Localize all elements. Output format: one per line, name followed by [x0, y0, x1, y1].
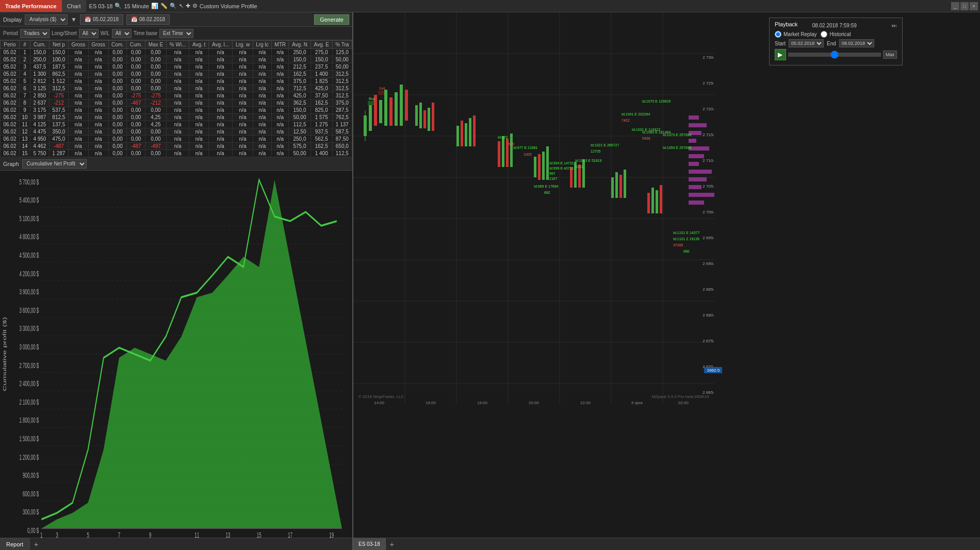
cell-cumv: 0,00	[127, 150, 145, 157]
cell-maxe: -497	[145, 143, 167, 150]
cell-cum: 4 125	[30, 121, 49, 128]
cell-lrglc: n/a	[253, 128, 271, 136]
svg-rect-98	[546, 146, 549, 180]
table-row: 06.02 11 4 125 137,5 n/a n/a 0,00 0,00 4…	[1, 121, 352, 128]
trade-performance-tab[interactable]: Trade Performance	[0, 0, 62, 12]
historical-label: Historical	[829, 31, 851, 37]
svg-text:2 715-: 2 715-	[703, 132, 714, 137]
cell-maxe: 0,00	[145, 150, 167, 157]
cell-gross2: n/a	[88, 143, 108, 150]
end-date-label: 08.02.2018	[139, 16, 165, 22]
svg-text:13: 13	[225, 531, 230, 538]
svg-text:Id:1013 E 51819: Id:1013 E 51819	[575, 159, 601, 162]
display-select[interactable]: Analysis ($)	[25, 14, 68, 25]
cell-avgi: n/a	[208, 150, 232, 157]
svg-rect-92	[502, 136, 504, 167]
cell-gross2: n/a	[88, 92, 108, 99]
historical-option[interactable]: Historical	[821, 31, 851, 38]
svg-rect-88	[465, 123, 467, 146]
cell-avgi: n/a	[208, 121, 232, 128]
start-date-button[interactable]: 📅 05.02.2018	[80, 14, 123, 25]
instrument-tabs: ES 03-18 +	[353, 538, 980, 550]
play-button[interactable]: ▶	[775, 49, 786, 60]
svg-text:15: 15	[257, 531, 262, 538]
end-date-button[interactable]: 📅 08.02.2018	[126, 14, 170, 25]
svg-rect-110	[660, 185, 662, 213]
cell-avge: 825,0	[311, 107, 332, 114]
add-tab-button[interactable]: +	[30, 540, 42, 548]
max-button[interactable]: Max	[883, 51, 897, 59]
col-netp: Net p	[49, 41, 68, 49]
svg-text:Id:1101 Z 19139: Id:1101 Z 19139	[673, 237, 699, 241]
cell-gross1: n/a	[68, 92, 88, 99]
end-date-select[interactable]: 08.02.2018	[839, 39, 874, 47]
cell-ptra: 312,5	[332, 92, 352, 99]
svg-rect-95	[534, 157, 536, 177]
svg-text:3151: 3151	[575, 165, 583, 169]
svg-text:37265: 37265	[673, 243, 683, 247]
start-label: Start	[775, 41, 786, 46]
cell-gross1: n/a	[68, 143, 88, 150]
svg-text:18:00: 18:00	[477, 401, 488, 405]
wl-select[interactable]: All	[112, 29, 132, 38]
svg-rect-89	[469, 118, 471, 146]
cell-avgt: n/a	[189, 92, 208, 99]
instrument-tab-es[interactable]: ES 03-18	[353, 538, 386, 550]
svg-text:2662.5: 2662.5	[707, 368, 720, 373]
cell-maxe: 0,00	[145, 63, 167, 71]
cell-cum: 4 462	[30, 143, 49, 150]
cell-com: 0,00	[108, 92, 127, 99]
market-replay-option[interactable]: Market Replay	[775, 31, 816, 38]
svg-text:12705: 12705	[591, 149, 601, 153]
table-row: 06.02 8 2 637 -212 n/a n/a 0,00 -467 -21…	[1, 99, 352, 107]
svg-rect-73	[369, 105, 372, 131]
cell-avgi: n/a	[208, 107, 232, 114]
cell-avgt: n/a	[189, 63, 208, 71]
cell-avgn: 425,0	[289, 92, 311, 99]
cell-avgn: 212,5	[289, 63, 311, 71]
cell-cumv: -275	[127, 92, 145, 99]
cell-maxe: 4,25	[145, 121, 167, 128]
svg-rect-104	[615, 172, 618, 198]
cell-mtr: n/a	[272, 85, 289, 92]
cell-lrglc: n/a	[253, 143, 271, 150]
chart-tab[interactable]: Chart	[62, 0, 86, 12]
playback-slider[interactable]	[788, 53, 881, 57]
cell-lrgw: n/a	[233, 78, 253, 85]
cell-maxe: 0,00	[145, 128, 167, 136]
time-base-select[interactable]: Ext Time	[159, 29, 193, 38]
cell-ptra: 125,0	[332, 49, 352, 56]
cell-gross1: n/a	[68, 114, 88, 121]
cell-netp: 475,0	[49, 136, 68, 143]
add-instrument-tab[interactable]: +	[386, 540, 398, 548]
table-row: 06.02 14 4 462 -487 n/a n/a 0,00 -487 -4…	[1, 143, 352, 150]
long-short-select[interactable]: All	[79, 29, 99, 38]
cell-cum: 3 125	[30, 85, 49, 92]
filter-icon[interactable]: ▼	[71, 16, 77, 23]
period-select[interactable]: Trades	[20, 29, 50, 38]
cell-avgi: n/a	[208, 128, 232, 136]
close-button[interactable]: ×	[970, 2, 978, 10]
svg-text:3 600,00 $: 3 600,00 $	[19, 307, 39, 314]
cell-lrglc: n/a	[253, 99, 271, 107]
minimize-button[interactable]: _	[951, 2, 959, 10]
cell-period: 06.02	[1, 143, 20, 150]
svg-text:1: 1	[40, 531, 42, 538]
cell-avgn: 50,00	[289, 114, 311, 121]
start-date-select[interactable]: 05.02.2018	[789, 39, 824, 47]
report-tab[interactable]: Report	[0, 538, 30, 550]
cell-com: 0,00	[108, 121, 127, 128]
graph-type-select[interactable]: Cumulative Net Profit	[22, 159, 87, 169]
fast-forward-icon[interactable]: ⏭	[892, 23, 897, 28]
generate-button[interactable]: Generate	[314, 14, 349, 25]
start-date-label: 05.02.2018	[93, 16, 119, 22]
maximize-button[interactable]: □	[960, 2, 969, 10]
table-row: 06.02 13 4 950 475,0 n/a n/a 0,00 0,00 0…	[1, 136, 352, 143]
svg-rect-142	[378, 91, 384, 95]
svg-rect-115	[689, 146, 709, 151]
svg-text:2 710-: 2 710-	[703, 158, 714, 163]
cell-lrgw: n/a	[233, 128, 253, 136]
cell-cumv: 0,00	[127, 136, 145, 143]
cell-pwin: n/a	[166, 121, 189, 128]
svg-rect-103	[611, 177, 614, 198]
